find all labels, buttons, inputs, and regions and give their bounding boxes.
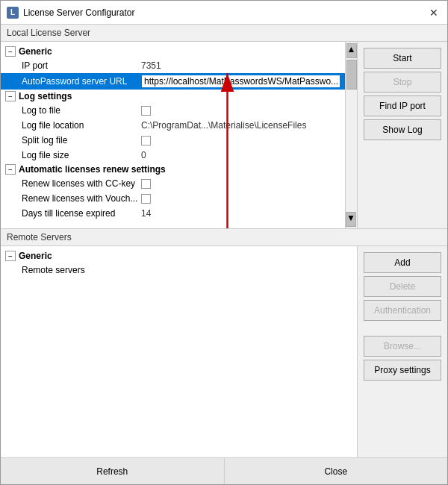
generic-group-label: Generic [19, 46, 52, 57]
collapse-log-icon[interactable]: − [5, 91, 16, 101]
generic-group-header[interactable]: − Generic [1, 45, 345, 58]
split-log-row[interactable]: Split log file [1, 133, 345, 148]
browse-button[interactable]: Browse... [364, 336, 441, 357]
scroll-thumb[interactable] [346, 60, 357, 90]
local-section-label: Local License Server [1, 25, 447, 42]
close-window-button[interactable]: Close [225, 458, 448, 484]
renew-vouch-checkbox[interactable] [141, 194, 151, 204]
remote-servers-label: Remote servers [22, 265, 141, 275]
days-expired-row[interactable]: Days till license expired 14 [1, 206, 345, 221]
renew-vouch-label: Renew licenses with Vouch... [22, 193, 141, 204]
local-tree-panel: − Generic IP port 7351 AutoPassword serv… [1, 42, 345, 224]
auto-renew-label: Automatic licenses renew settings [19, 164, 166, 175]
days-expired-label: Days till license expired [22, 208, 141, 219]
remote-generic-label: Generic [19, 251, 52, 261]
ip-port-label: IP port [22, 60, 141, 71]
autopassword-label: AutoPassword server URL [22, 76, 141, 87]
log-file-size-value: 0 [141, 150, 340, 160]
scroll-up-arrow[interactable]: ▲ [346, 43, 357, 58]
stop-button[interactable]: Stop [364, 72, 441, 93]
autopassword-row[interactable]: AutoPassword server URL [1, 73, 345, 90]
remote-buttons-panel: Add Delete Authentication Browse... Prox… [358, 246, 447, 457]
button-spacer [364, 324, 441, 333]
remote-servers-row[interactable]: Remote servers [1, 263, 357, 278]
log-file-size-label: Log file size [22, 150, 141, 160]
log-settings-label: Log settings [19, 91, 72, 101]
log-file-location-row[interactable]: Log file location C:\ProgramDat...\Mater… [1, 118, 345, 133]
remote-tree[interactable]: − Generic Remote servers [1, 246, 358, 457]
app-icon: L [7, 7, 19, 19]
add-button[interactable]: Add [364, 252, 441, 273]
refresh-button[interactable]: Refresh [1, 458, 225, 484]
title-bar: L License Server Configurator ✕ [1, 1, 447, 25]
scroll-down-arrow[interactable]: ▼ [346, 212, 356, 227]
main-window: L License Server Configurator ✕ Local Li… [0, 0, 448, 485]
renew-cc-row[interactable]: Renew licenses with CC-key [1, 176, 345, 191]
auto-renew-group-header[interactable]: − Automatic licenses renew settings [1, 163, 345, 176]
delete-button[interactable]: Delete [364, 276, 441, 297]
local-tree-wrapper: − Generic IP port 7351 AutoPassword serv… [1, 42, 358, 228]
log-to-file-row[interactable]: Log to file [1, 103, 345, 118]
ip-port-value: 7351 [141, 60, 340, 71]
log-file-size-row[interactable]: Log file size 0 [1, 148, 345, 163]
collapse-remote-generic-icon[interactable]: − [5, 251, 16, 261]
ip-port-row[interactable]: IP port 7351 [1, 58, 345, 73]
autopassword-input[interactable] [141, 75, 340, 88]
local-tree-scroll[interactable]: − Generic IP port 7351 AutoPassword serv… [1, 42, 345, 228]
split-log-label: Split log file [22, 135, 141, 146]
log-to-file-checkbox[interactable] [141, 106, 151, 116]
window-title: License Server Configurator [23, 7, 134, 18]
local-scrollbar[interactable]: ▲ ▼ [345, 42, 357, 228]
log-to-file-label: Log to file [22, 105, 141, 116]
log-file-location-value: C:\ProgramDat...\Materialise\LicenseFile… [141, 120, 340, 131]
log-file-location-label: Log file location [22, 120, 141, 131]
split-log-checkbox[interactable] [141, 136, 151, 146]
footer: Refresh Close [1, 457, 447, 484]
authentication-button[interactable]: Authentication [364, 300, 441, 321]
local-buttons-panel: Start Stop Find IP port Show Log [358, 42, 447, 228]
remote-main-area: − Generic Remote servers Add Delete Auth… [1, 246, 447, 457]
find-ip-button[interactable]: Find IP port [364, 96, 441, 116]
renew-vouch-row[interactable]: Renew licenses with Vouch... [1, 191, 345, 206]
show-log-button[interactable]: Show Log [364, 119, 441, 140]
renew-cc-checkbox[interactable] [141, 179, 151, 189]
remote-section-label: Remote Servers [1, 229, 447, 246]
close-button[interactable]: ✕ [426, 5, 441, 20]
days-expired-value: 14 [141, 208, 340, 219]
collapse-auto-renew-icon[interactable]: − [5, 164, 16, 175]
title-bar-left: L License Server Configurator [7, 7, 134, 19]
log-settings-group-header[interactable]: − Log settings [1, 90, 345, 103]
start-button[interactable]: Start [364, 48, 441, 69]
renew-cc-label: Renew licenses with CC-key [22, 178, 141, 189]
content-area: Local License Server − Generic IP port 7… [1, 25, 447, 457]
remote-generic-header[interactable]: − Generic [1, 249, 357, 263]
collapse-generic-icon[interactable]: − [5, 46, 16, 57]
proxy-settings-button[interactable]: Proxy settings [364, 360, 441, 381]
local-main-area: − Generic IP port 7351 AutoPassword serv… [1, 42, 447, 228]
